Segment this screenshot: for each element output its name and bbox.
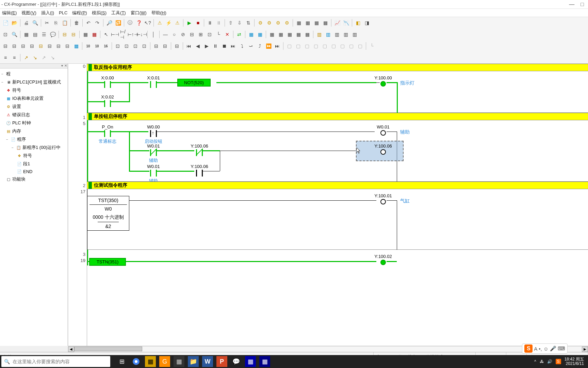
preview-icon[interactable]: 🔍 [31, 19, 39, 27]
search-input[interactable] [13, 359, 108, 364]
mon6-icon[interactable]: ▦ [294, 30, 303, 39]
sidebar-close-icon[interactable]: ✕ [64, 64, 67, 68]
replace-icon[interactable]: 🔁 [114, 19, 122, 27]
tray-clock[interactable]: 18:42 周五 2021/6/11 [565, 357, 584, 366]
r3-e-icon[interactable]: ⊟ [152, 42, 160, 50]
pause1-icon[interactable]: ⏸ [206, 19, 214, 27]
g10-icon[interactable]: └ [368, 42, 376, 50]
help-icon[interactable]: ❓ [135, 19, 143, 27]
contact-w001-no[interactable]: W0.01 辅助 [140, 164, 167, 184]
gear1-icon[interactable]: ⚙ [256, 19, 264, 27]
del-line-icon[interactable]: ✕ [223, 30, 231, 39]
contact-pon[interactable]: P_On 常通标志 [94, 124, 121, 144]
tray-ime-icon[interactable]: S [556, 359, 561, 364]
r3-3-icon[interactable]: ⊟ [19, 42, 27, 50]
r3-6-icon[interactable]: ⊟ [46, 42, 54, 50]
menu-view[interactable]: 视图(V) [21, 10, 36, 16]
undo-icon[interactable]: ↶ [84, 19, 93, 27]
pause2-icon[interactable]: ⏸ [215, 19, 223, 27]
stop-icon[interactable]: ■ [194, 19, 202, 27]
g1-icon[interactable]: ▢ [285, 42, 293, 50]
app3-icon[interactable]: ▦ [174, 356, 184, 367]
section-header-2[interactable]: 位测试指令程序 [87, 182, 588, 189]
warn3-icon[interactable]: ⚠ [173, 19, 181, 27]
g3-icon[interactable]: ▢ [303, 42, 311, 50]
arrow1-icon[interactable]: ↗ [22, 53, 30, 62]
whats-this-icon[interactable]: ↖? [144, 19, 152, 27]
step-into-icon[interactable]: ⤵ [238, 42, 246, 50]
word-icon[interactable]: W [202, 356, 213, 367]
g9-icon[interactable]: ▢ [356, 42, 364, 50]
contact-w001-nc[interactable]: W0.01 辅助 [140, 143, 167, 164]
horizontal-scrollbar[interactable]: ◀ ▶ [68, 346, 588, 352]
menu-edit[interactable]: 编辑(E) [2, 10, 17, 16]
app1-icon[interactable]: ▦ [145, 356, 156, 367]
tree-plc[interactable]: −🖥新PLC1[CP1H] 监视模式 [1, 78, 67, 86]
project-tree[interactable]: −程 −🖥新PLC1[CP1H] 监视模式 ❖符号 ▦IO表和单元设置 ⚙设置 … [0, 68, 68, 346]
ime-mic-icon[interactable]: 🎤 [550, 346, 556, 352]
rung-0[interactable]: X:0.00 X:0.01 NOT(520) Y:100.00 指示灯 [87, 71, 588, 113]
g5-icon[interactable]: ▢ [321, 42, 329, 50]
ime-s-icon[interactable]: S [524, 344, 533, 353]
ime-emoji-icon[interactable]: ☺ [543, 346, 549, 352]
misc2-icon[interactable]: ◨ [363, 19, 371, 27]
mem2-icon[interactable]: ▦ [304, 19, 312, 27]
arrow3-icon[interactable]: ↗ [40, 53, 48, 62]
mon4-icon[interactable]: ▦ [277, 30, 285, 39]
coil-icon[interactable]: ○ [170, 30, 178, 39]
mon5-icon[interactable]: ▦ [285, 30, 294, 39]
tree-program[interactable]: −📄程序 [1, 135, 67, 143]
hline-icon[interactable]: — [161, 30, 169, 39]
r3-7-icon[interactable]: ⊟ [54, 42, 63, 50]
app2-icon[interactable]: G [159, 356, 170, 367]
upload-icon[interactable]: ⇧ [227, 19, 235, 27]
r3-2-icon[interactable]: ⊟ [10, 42, 18, 50]
table2-icon[interactable]: ▦ [90, 30, 98, 39]
tray-net-icon[interactable]: 🖧 [540, 359, 544, 364]
tray-up-icon[interactable]: ^ [534, 359, 536, 364]
coil-nc-icon[interactable]: ⊘ [179, 30, 187, 39]
zoom-icon[interactable]: 🔍 [10, 30, 18, 39]
r3-a-icon[interactable]: ⊡ [114, 42, 122, 50]
step-prev-icon[interactable]: ◀ [194, 42, 202, 50]
list-icon[interactable]: ☰ [40, 30, 48, 39]
menu-program[interactable]: 编程(P) [72, 10, 87, 16]
scroll-thumb[interactable] [74, 347, 142, 351]
task-view-icon[interactable]: ⊞ [116, 356, 127, 367]
open-icon[interactable]: 📂 [10, 19, 18, 27]
step-back-icon[interactable]: ⏮ [185, 42, 193, 50]
ime-kb-icon[interactable]: ⌨ [558, 346, 565, 352]
step-out-icon[interactable]: ⤴ [256, 42, 264, 50]
tst-instruction[interactable]: TST(350) W0 0000 十六进制 &2 [87, 196, 129, 231]
contact-x000[interactable]: X:0.00 [94, 75, 121, 88]
func1-icon[interactable]: ⊟ [188, 30, 196, 39]
chrome-icon[interactable] [131, 356, 142, 367]
rung-3[interactable]: Y:100.02 TSTN(351) [87, 250, 588, 265]
section-header-1[interactable]: 单按钮启停程序 [87, 113, 588, 120]
ime-a[interactable]: A [534, 346, 537, 352]
g6-icon[interactable]: ▢ [329, 42, 338, 50]
tree-end[interactable]: 📄END [1, 168, 67, 175]
ladder-canvas[interactable]: 取反指令应用程序 X:0.00 X:0.01 NOT(520) [87, 64, 588, 346]
func2-icon[interactable]: ⊞ [197, 30, 205, 39]
plc3-icon[interactable]: ▥ [333, 30, 341, 39]
arrow4-icon[interactable]: ↘ [49, 53, 57, 62]
n10-icon[interactable]: 10 [84, 42, 92, 50]
g2-icon[interactable]: ▢ [294, 42, 302, 50]
trace1-icon[interactable]: 📈 [333, 19, 341, 27]
step-next-icon[interactable]: ⏭ [229, 42, 237, 50]
find-icon[interactable]: 🔎 [105, 19, 113, 27]
menu-tools[interactable]: 工具(T) [111, 10, 126, 16]
r3-8-icon[interactable]: ⊟ [63, 42, 71, 50]
compare-icon[interactable]: ⇅ [244, 19, 252, 27]
align1-icon[interactable]: ≡ [1, 53, 10, 62]
step-over-icon[interactable]: ⤻ [247, 42, 255, 50]
wechat-icon[interactable]: 💬 [231, 356, 242, 367]
ff-icon[interactable]: ⏩ [264, 42, 273, 50]
coil-y10000[interactable]: Y:100.00 指示灯 [370, 75, 397, 87]
app5-icon[interactable]: ▦ [245, 356, 256, 367]
coil-y10002[interactable]: Y:100.02 [370, 254, 397, 265]
info-icon[interactable]: ⓘ [126, 19, 134, 27]
contact-y10006-nc[interactable]: Y:100.06 [186, 143, 213, 156]
contact-x002[interactable]: X:0.02 [94, 94, 121, 107]
